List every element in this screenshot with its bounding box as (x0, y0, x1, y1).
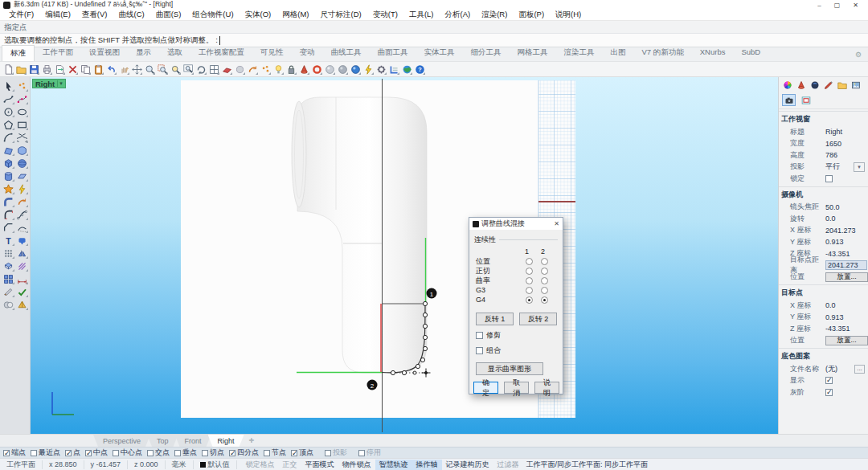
maximize-button[interactable]: ▢ (834, 2, 841, 9)
checkbox-icon[interactable] (85, 450, 92, 456)
panel-value-input[interactable]: 2041.273 (825, 260, 867, 270)
close-button[interactable]: ✕ (853, 2, 858, 9)
brush-icon[interactable] (823, 80, 834, 91)
control-point-curve-icon[interactable] (15, 92, 29, 105)
grid-array-icon[interactable] (2, 247, 15, 260)
menu-item[interactable]: 渲染(R) (476, 10, 513, 20)
show-curvature-graph-button[interactable]: 显示曲率图形 (476, 362, 543, 375)
explode-icon[interactable] (15, 182, 29, 195)
four-viewports-icon[interactable] (208, 63, 220, 76)
osnap-toggle[interactable]: 中点 (85, 448, 108, 458)
rectangle-icon[interactable] (15, 118, 29, 131)
helix-icon[interactable] (15, 131, 29, 144)
continuity-radio-1[interactable] (526, 277, 533, 284)
points-on-icon[interactable] (260, 63, 272, 76)
status-toggle[interactable]: 智慧轨迹 (375, 460, 412, 470)
ellipse-icon[interactable] (15, 105, 29, 118)
pan-icon[interactable] (118, 63, 130, 76)
shaded-mode-icon[interactable] (324, 63, 336, 76)
viewport-tab[interactable]: Perspective (93, 435, 150, 447)
continuity-radio-2[interactable] (541, 277, 548, 284)
lamp-icon[interactable] (272, 63, 285, 76)
folder-icon[interactable] (837, 80, 848, 91)
ribbon-tab[interactable]: 网格工具 (510, 45, 556, 61)
save-icon[interactable] (28, 63, 40, 76)
rotate-view-icon[interactable] (195, 63, 207, 76)
circle-icon[interactable] (2, 105, 15, 118)
active-layer-chip[interactable]: 默认值 (194, 460, 237, 469)
checkbox-icon[interactable] (174, 450, 181, 456)
text-icon[interactable]: T (2, 234, 15, 247)
rotate-object-icon[interactable] (247, 63, 259, 76)
ribbon-tab[interactable]: SubD (733, 45, 768, 61)
interp-curve-icon[interactable] (2, 92, 15, 105)
match-curve-icon[interactable] (15, 221, 29, 234)
delete-icon[interactable] (67, 63, 79, 76)
status-toggle[interactable]: 正交 (279, 460, 301, 470)
dialog-title-bar[interactable]: 调整曲线混接 ✕ (469, 218, 563, 230)
place-button[interactable]: 放置... (825, 336, 868, 345)
print-icon[interactable] (41, 63, 53, 76)
checkbox-icon[interactable] (229, 450, 235, 456)
continuity-radio-1[interactable] (526, 296, 533, 304)
menu-item[interactable]: 变动(T) (367, 10, 403, 20)
menu-item[interactable]: 文件(F) (3, 10, 39, 20)
checkbox-icon[interactable] (202, 450, 208, 456)
arc-icon[interactable] (2, 131, 15, 144)
zoom-window-icon[interactable] (157, 63, 169, 76)
pipe-icon[interactable] (2, 195, 15, 208)
viewport-label[interactable]: Right ▾ (32, 79, 66, 88)
menu-item[interactable]: 编辑(E) (39, 10, 76, 20)
checkbox-icon[interactable] (291, 450, 297, 456)
knife-icon[interactable] (2, 285, 15, 298)
status-toggle[interactable]: 平面模式 (301, 460, 338, 470)
viewport-tab-menu-icon[interactable]: ✛ (249, 435, 255, 447)
zoom-dynamic-icon[interactable] (144, 63, 156, 76)
flip-1-button[interactable]: 反转 1 (476, 313, 514, 325)
boolean-spheres-icon[interactable] (2, 298, 15, 311)
continuity-radio-1[interactable] (526, 268, 533, 275)
copy-icon[interactable] (80, 63, 92, 76)
viewport-icon[interactable] (799, 94, 813, 106)
ok-button[interactable]: 确定 (473, 382, 498, 394)
osnap-toggle[interactable]: 停用 (358, 448, 381, 458)
osnap-toggle[interactable]: 节点 (264, 448, 286, 458)
menu-item[interactable]: 面板(P) (513, 10, 550, 20)
continuity-radio-2[interactable] (541, 258, 548, 265)
flash-icon[interactable] (362, 63, 375, 76)
polygon-icon[interactable] (2, 118, 15, 131)
open-file-icon[interactable] (15, 63, 27, 76)
mirror-icon[interactable] (15, 247, 29, 260)
status-toggle[interactable]: 锁定格点 (242, 460, 279, 470)
viewport-right[interactable]: Right ▾ (31, 77, 778, 434)
sphere-icon[interactable] (15, 157, 29, 170)
menu-item[interactable]: 说明(H) (550, 10, 587, 20)
checkbox-icon[interactable] (476, 332, 483, 339)
display-icon[interactable] (809, 80, 821, 91)
undo-icon[interactable] (105, 63, 117, 76)
ribbon-tab[interactable]: 可见性 (252, 45, 292, 61)
bend-icon[interactable] (15, 195, 29, 208)
dimension-icon[interactable] (15, 272, 29, 285)
osnap-toggle[interactable]: 顶点 (291, 448, 313, 458)
menu-item[interactable]: 分析(A) (440, 10, 477, 20)
pyramid-icon[interactable] (15, 298, 29, 311)
ribbon-tab[interactable]: 工作平面 (35, 45, 81, 61)
help-icon[interactable]: ? (414, 63, 426, 76)
ribbon-tab[interactable]: 选取 (159, 45, 190, 61)
gear-icon[interactable] (375, 63, 387, 76)
fillet-icon[interactable] (2, 208, 15, 221)
ribbon-tab[interactable]: 显示 (128, 45, 159, 61)
menu-item[interactable]: 组合物件(U) (186, 10, 239, 20)
plane-icon[interactable] (15, 170, 29, 182)
checkbox-icon[interactable] (476, 347, 483, 354)
box-icon[interactable] (2, 157, 15, 170)
earth-icon[interactable] (401, 63, 413, 76)
material-icon[interactable] (796, 80, 807, 91)
menu-item[interactable]: 实体(O) (240, 10, 277, 20)
selection-arrow-icon[interactable] (2, 80, 15, 92)
ribbon-tab[interactable]: 实体工具 (416, 45, 463, 61)
osnap-toggle[interactable]: 最近点 (31, 448, 60, 458)
adjust-curve-blend-dialog[interactable]: 调整曲线混接 ✕ 连续性 1 2 位置 正切 (469, 217, 563, 394)
ribbon-tab[interactable]: 渲染工具 (556, 45, 603, 61)
